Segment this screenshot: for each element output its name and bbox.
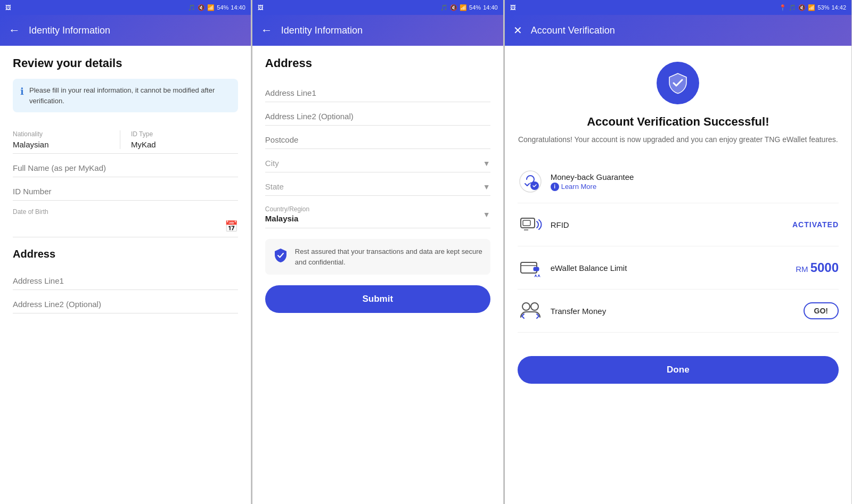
battery-text-1: 54%	[217, 4, 228, 11]
rfid-icon	[518, 212, 543, 237]
idtype-label: ID Type	[131, 130, 238, 138]
sound-icon-3: 🔇	[798, 4, 806, 11]
review-title: Review your details	[13, 56, 238, 70]
photo-icon-2: 🖼	[258, 4, 264, 11]
status-bar-2: 🖼 🎵 🔇 📶 54% 14:40	[252, 0, 503, 15]
nationality-col: Nationality Malaysian	[13, 130, 120, 149]
status-left-icons-3: 🖼	[510, 4, 516, 11]
back-button-1[interactable]: ←	[9, 23, 20, 37]
status-bar-1: 🖼 🎵 🔇 📶 54% 14:40	[0, 0, 251, 15]
location-icon: 📍	[779, 4, 787, 11]
bluetooth-icon: 🎵	[188, 4, 195, 11]
postcode-input[interactable]	[265, 128, 490, 149]
feature-ewallet: eWallet Balance Limit RM 5000	[518, 246, 839, 290]
ewallet-name: eWallet Balance Limit	[551, 263, 788, 272]
idnumber-input[interactable]	[13, 179, 238, 201]
content-1: Review your details ℹ Please fill in you…	[0, 46, 251, 504]
rfid-badge: ACTIVATED	[792, 220, 839, 229]
back-button-2[interactable]: ←	[261, 23, 273, 37]
success-title: Account Verification Successful!	[587, 115, 769, 129]
dob-input[interactable]: 01/01/1948	[13, 223, 238, 232]
idtype-col: ID Type MyKad	[120, 130, 238, 149]
nationality-value: Malaysian	[13, 140, 120, 149]
address-section-title-1: Address	[13, 248, 238, 260]
address-line2-input-1[interactable]	[13, 292, 238, 313]
done-button[interactable]: Done	[518, 356, 839, 384]
panel-1: 🖼 🎵 🔇 📶 54% 14:40 ← Identity Information…	[0, 0, 251, 504]
status-right-icons: 🎵 🔇 📶 54% 14:40	[188, 4, 245, 11]
status-right-icons-3: 📍 🎵 🔇 📶 53% 14:42	[779, 4, 846, 11]
amount-value: 5000	[810, 260, 839, 275]
time-2: 14:40	[483, 4, 498, 11]
transfer-icon	[518, 298, 543, 324]
photo-icon: 🖼	[5, 4, 11, 11]
security-note: Rest assured that your transactions and …	[265, 239, 490, 275]
learn-more-link[interactable]: Learn More	[561, 183, 596, 191]
ewallet-value: RM 5000	[796, 260, 839, 275]
state-chevron-icon: ▼	[483, 183, 490, 191]
state-dropdown[interactable]: State ▼	[265, 175, 490, 196]
bluetooth-icon-2: 🎵	[440, 4, 448, 11]
svg-point-7	[522, 303, 530, 310]
dob-field[interactable]: 01/01/1948 📅	[13, 216, 238, 237]
city-chevron-icon: ▼	[483, 159, 490, 168]
header-title-3: Account Verification	[531, 25, 615, 36]
shield-secure-icon	[273, 247, 289, 267]
time-3: 14:42	[832, 4, 847, 11]
content-2: Address City ▼ State ▼ Country/Region Ma…	[252, 46, 503, 504]
transfer-name: Transfer Money	[551, 307, 796, 316]
city-dropdown[interactable]: City ▼	[265, 151, 490, 172]
country-value: Malaysia	[265, 214, 299, 223]
dob-label: Date of Birth	[13, 203, 238, 216]
close-button-3[interactable]: ✕	[513, 24, 522, 37]
info-circle-icon: i	[551, 183, 559, 191]
info-text: Please fill in your real information, it…	[29, 85, 231, 106]
panel-2: 🖼 🎵 🔇 📶 54% 14:40 ← Identity Information…	[252, 0, 504, 504]
address-line1-input-1[interactable]	[13, 269, 238, 290]
status-bar-3: 🖼 📍 🎵 🔇 📶 53% 14:42	[505, 0, 851, 15]
fullname-input[interactable]	[13, 156, 238, 177]
go-button[interactable]: GO!	[804, 302, 839, 319]
submit-button[interactable]: Submit	[265, 285, 490, 313]
address-line1-input-2[interactable]	[265, 81, 490, 102]
status-right-icons-2: 🎵 🔇 📶 54% 14:40	[440, 4, 498, 11]
status-left-icons: 🖼	[5, 4, 11, 11]
svg-point-8	[531, 303, 538, 310]
photo-icon-3: 🖼	[510, 4, 516, 11]
signal-icon: 📶	[207, 4, 215, 11]
feature-transfer: Transfer Money GO!	[518, 290, 839, 333]
bluetooth-icon-3: 🎵	[789, 4, 796, 11]
feature-rfid: RFID ACTIVATED	[518, 203, 839, 246]
security-note-text: Rest assured that your transactions and …	[295, 246, 483, 267]
battery-text-2: 54%	[469, 4, 481, 11]
ewallet-info: eWallet Balance Limit	[551, 263, 788, 272]
panel3-footer: Done	[505, 343, 851, 396]
sound-icon: 🔇	[198, 4, 205, 11]
signal-icon-3: 📶	[808, 4, 815, 11]
sound-icon-2: 🔇	[450, 4, 457, 11]
calendar-icon: 📅	[225, 220, 238, 233]
signal-icon-2: 📶	[460, 4, 467, 11]
shield-check-icon	[657, 62, 699, 104]
nationality-label: Nationality	[13, 130, 120, 138]
svg-point-0	[520, 171, 541, 192]
battery-text-3: 53%	[817, 4, 829, 11]
header-bar-2: ← Identity Information	[252, 15, 503, 46]
svg-rect-6	[534, 267, 539, 271]
country-dropdown[interactable]: Country/Region Malaysia ▼	[265, 198, 490, 228]
panel-3: 🖼 📍 🎵 🔇 📶 53% 14:42 ✕ Account Verificati…	[505, 0, 852, 504]
address-line2-input-2[interactable]	[265, 104, 490, 126]
svg-rect-3	[523, 220, 530, 226]
country-label-small: Country/Region	[265, 205, 309, 213]
rfid-name: RFID	[551, 220, 785, 229]
rfid-info: RFID	[551, 220, 785, 229]
header-bar-3: ✕ Account Verification	[505, 15, 851, 46]
money-back-icon	[518, 169, 543, 194]
feature-money-back: Money-back Guarantee i Learn More	[518, 160, 839, 203]
rm-label: RM	[796, 265, 808, 274]
state-label: State	[265, 182, 284, 191]
money-back-name: Money-back Guarantee	[551, 172, 839, 181]
money-back-info: Money-back Guarantee i Learn More	[551, 172, 839, 191]
info-box: ℹ Please fill in your real information, …	[13, 79, 238, 112]
time-1: 14:40	[231, 4, 245, 11]
